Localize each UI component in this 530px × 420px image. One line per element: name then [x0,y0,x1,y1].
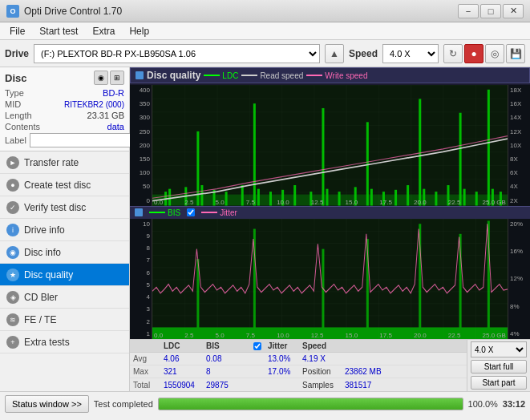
max-jitter: 17.0% [268,367,296,376]
mid-value: RITEKBR2 (000) [64,100,124,109]
sidebar-item-transfer-rate[interactable]: ► Transfer rate [0,151,129,174]
ldc-chart-area: 0.0 2.5 5.0 7.5 10.0 12.5 15.0 17.5 20.0… [152,85,508,206]
sidebar-item-extra-tests[interactable]: + Extra tests [0,331,129,353]
chart-header: Disc quality LDC Read speed Write speed [130,67,530,83]
avg-ldc: 4.06 [164,354,200,363]
disc-quality-icon: ★ [6,269,19,281]
stats-avg-row: Avg 4.06 0.08 13.0% 4.19 X [130,353,467,365]
chart-header-icon [136,71,144,79]
disc-info-panel: Disc ◉ ⊞ Type BD-R MID RITEKBR2 (000) Le… [0,67,129,151]
nav-items: ► Transfer rate ● Create test disc ✓ Ver… [0,151,129,391]
sidebar-item-create-test-disc[interactable]: ● Create test disc [0,174,129,196]
disc-icon-2[interactable]: ⊞ [110,71,124,85]
menu-help[interactable]: Help [123,24,156,38]
label-input[interactable] [30,133,136,147]
stats-bar: LDC BIS Jitter Speed Avg 4.06 0.08 13.0%… [130,339,530,391]
svg-rect-20 [366,122,369,205]
title-text: Opti Drive Control 1.70 [24,6,122,17]
title-bar-controls: − □ ✕ [458,4,524,18]
speed-quality-select[interactable]: 4.0 X [471,341,527,357]
main-content: Disc ◉ ⊞ Type BD-R MID RITEKBR2 (000) Le… [0,67,530,391]
bis-legend: BIS [149,208,180,217]
stats-max-row: Max 321 8 17.0% Position 23862 MB [130,365,467,378]
max-position: 23862 MB [345,367,382,376]
sidebar-item-disc-info[interactable]: ◉ Disc info [0,241,129,264]
bis-legend-color [149,212,165,213]
verify-test-label: Verify test disc [24,202,86,213]
max-label: Max [133,367,157,376]
speed-label: Speed [349,48,378,59]
bis-legend-label: BIS [168,208,180,217]
ldc-x-axis: 0.0 2.5 5.0 7.5 10.0 12.5 15.0 17.5 20.0… [152,199,508,206]
right-panel: Disc quality LDC Read speed Write speed … [130,67,530,391]
fe-te-icon: ≋ [6,313,19,326]
speed-select[interactable]: 4.0 X [382,44,439,63]
max-bis: 8 [206,367,234,376]
jitter-legend-color [201,212,217,213]
maximize-button[interactable]: □ [480,4,501,18]
drive-info-icon: i [6,224,19,236]
total-bis: 29875 [206,381,234,390]
read-speed-legend-color [241,75,257,76]
disc-info-label: Disc info [24,247,61,258]
sidebar-item-disc-quality[interactable]: ★ Disc quality [0,264,129,286]
fe-te-label: FE / TE [24,314,56,325]
bis-y-axis-left: 10 9 8 7 6 5 4 3 2 1 [130,219,152,340]
drive-select[interactable]: (F:) PLEXTOR BD-R PX-LB950SA 1.06 [34,44,320,63]
total-label: Total [133,381,157,390]
jitter-checkbox[interactable] [187,208,195,216]
speed-icon-1[interactable]: ↻ [443,44,463,63]
avg-jitter: 13.0% [268,354,296,363]
bis-x-axis: 0.0 2.5 5.0 7.5 10.0 12.5 15.0 17.5 20.0… [152,332,508,339]
jitter-stats-checkbox[interactable] [253,342,261,350]
sidebar-item-verify-test-disc[interactable]: ✓ Verify test disc [0,196,129,219]
start-full-button[interactable]: Start full [471,360,527,374]
write-speed-legend: Write speed [306,71,367,80]
total-samples: 381517 [345,381,371,390]
svg-rect-37 [152,219,508,340]
bis-chart-svg [152,219,508,340]
svg-rect-25 [419,99,421,205]
label-label: Label [5,135,26,145]
menu-start-test[interactable]: Start test [33,24,84,38]
close-button[interactable]: ✕ [503,4,524,18]
disc-icon-1[interactable]: ◉ [94,71,108,85]
status-window-button[interactable]: Status window >> [5,395,89,413]
ldc-y-axis-left: 400 350 300 250 200 150 100 50 0 [130,85,152,206]
extra-tests-label: Extra tests [24,337,70,348]
bis-chart-icon [135,208,143,216]
sidebar-item-drive-info[interactable]: i Drive info [0,219,129,241]
bis-chart-header: BIS Jitter [130,206,530,219]
eject-button[interactable]: ▲ [325,44,344,63]
cd-bler-label: CD Bler [24,292,58,303]
minimize-button[interactable]: − [458,4,479,18]
ldc-legend-color [204,75,220,76]
speed-icon-2[interactable]: ● [464,44,483,63]
menu-file[interactable]: File [3,24,31,38]
start-part-button[interactable]: Start part [471,376,527,390]
svg-rect-29 [459,113,462,206]
speed-icon-3[interactable]: ◎ [485,44,504,63]
create-test-icon: ● [6,179,19,192]
avg-label: Avg [133,354,157,363]
length-value: 23.31 GB [87,111,124,120]
write-speed-legend-color [306,75,322,76]
save-icon[interactable]: 💾 [506,44,525,63]
ldc-chart-container: 400 350 300 250 200 150 100 50 0 [130,85,530,206]
transfer-rate-icon: ► [6,156,19,169]
svg-rect-10 [253,103,256,205]
app-icon: O [6,5,19,18]
menu-extra[interactable]: Extra [86,24,121,38]
bis-chart-area: 0.0 2.5 5.0 7.5 10.0 12.5 15.0 17.5 20.0… [152,219,508,340]
write-speed-legend-label: Write speed [325,71,367,80]
drive-info-label: Drive info [24,224,65,236]
verify-test-icon: ✓ [6,201,19,214]
disc-badge: Disc [5,72,26,84]
sidebar-item-fe-te[interactable]: ≋ FE / TE [0,309,129,331]
max-ldc: 321 [164,367,200,376]
samples-label: Samples [302,381,338,390]
disc-info-icon: ◉ [6,246,19,259]
sidebar-item-cd-bler[interactable]: ◈ CD Bler [0,286,129,309]
sidebar: Disc ◉ ⊞ Type BD-R MID RITEKBR2 (000) Le… [0,67,130,391]
max-position-label: Position [302,367,338,376]
